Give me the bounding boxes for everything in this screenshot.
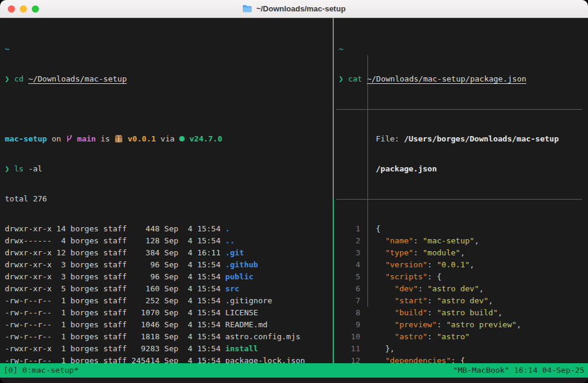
file-name: .gitignore (225, 296, 272, 305)
line-number: 1 (339, 223, 360, 235)
starship-prompt: mac-setup on main is v0.0.1 via v24.7.0 (5, 133, 333, 145)
line-number: 2 (339, 235, 360, 247)
tmux-status-bar: [0] 0:mac-setup* "MB-MacBook" 16:14 04-S… (0, 363, 588, 378)
ls-row: drwxr-xr-x 3 borges staff 96 Sep 4 15:54… (5, 259, 333, 271)
close-button[interactable] (8, 5, 15, 13)
code-line: 10 "astro": "astro" (339, 331, 588, 343)
bat-header-line2: /package.json (339, 163, 588, 175)
code-line: 11 }, (339, 343, 588, 355)
code-line: 6 "dev": "astro dev", (339, 283, 588, 295)
file-name: public (225, 272, 254, 281)
ls-output: drwxr-xr-x 14 borges staff 448 Sep 4 15:… (5, 223, 333, 363)
file-name: package-lock.json (225, 356, 305, 363)
bat-rule-header (339, 193, 588, 205)
line-number: 8 (339, 307, 360, 319)
file-name: install (225, 344, 258, 353)
window-title: ~/Downloads/mac-setup (256, 4, 345, 13)
line-number: 4 (339, 259, 360, 271)
code-line: 8 "build": "astro build", (339, 307, 588, 319)
code-line: 2 "name": "mac-setup", (339, 235, 588, 247)
ls-row: drwxr-xr-x 12 borges staff 384 Sep 4 16:… (5, 247, 333, 259)
ls-total: total 276 (5, 193, 333, 205)
ls-row: -rw-r--r-- 1 borges staff 252 Sep 4 15:5… (5, 295, 333, 307)
bat-header-line1: File: /Users/borges/Downloads/mac-setup (339, 133, 588, 145)
bat-file-label: File: (376, 134, 404, 143)
file-name: . (225, 224, 230, 233)
bat-rule-top (339, 103, 588, 115)
nodejs-dot-icon (179, 136, 185, 141)
ls-row: -rw-r--r-- 1 borges staff 1046 Sep 4 15:… (5, 319, 333, 331)
ls-row: drwxr-xr-x 14 borges staff 448 Sep 4 15:… (5, 223, 333, 235)
home-indicator: ~ (339, 43, 588, 55)
bat-gutter-separator (367, 55, 368, 307)
ls-row: drwx------ 4 borges staff 128 Sep 4 15:5… (5, 235, 333, 247)
command-ls-arg: -al (28, 164, 42, 173)
line-number: 12 (339, 355, 360, 363)
ls-row: -rwxr-xr-x 1 borges staff 9283 Sep 4 15:… (5, 343, 333, 355)
code-line: 3 "type": "module", (339, 247, 588, 259)
command-cat-arg: ~/Downloads/mac-setup/package.json (367, 74, 526, 83)
terminal-window: ~/Downloads/mac-setup ~ ❯ cd ~/Downloads… (0, 0, 588, 383)
tmux-host-datetime: "MB-MacBook" 16:14 04-Sep-25 (453, 363, 584, 378)
fullscreen-button[interactable] (32, 5, 39, 13)
bat-file-path-1: /Users/borges/Downloads/mac-setup (404, 134, 559, 143)
package-icon (114, 134, 123, 146)
command-line-ls: ❯ ls -al (5, 163, 333, 175)
code-line: 5 "scripts": { (339, 271, 588, 283)
command-cat: cat (348, 74, 362, 83)
line-number: 5 (339, 271, 360, 283)
prompt-char: ❯ (5, 74, 10, 83)
file-name: src (225, 284, 239, 293)
tmux-session-window[interactable]: [0] 0:mac-setup* (4, 363, 79, 378)
file-name: .git (225, 248, 244, 257)
code-line: 9 "preview": "astro preview", (339, 319, 588, 331)
code-line: 4 "version": "0.0.1", (339, 259, 588, 271)
line-number: 10 (339, 331, 360, 343)
ls-row: -rw-r--r-- 1 borges staff 1070 Sep 4 15:… (5, 307, 333, 319)
prompt-char: ❯ (5, 164, 10, 173)
ls-row: -rw-r--r-- 1 borges staff 245414 Sep 4 1… (5, 355, 333, 363)
line-number: 7 (339, 295, 360, 307)
git-branch-icon (66, 134, 73, 146)
code-line: 1{ (339, 223, 588, 235)
right-pane[interactable]: ~ ❯ cat ~/Downloads/mac-setup/package.js… (334, 18, 588, 363)
file-name: .github (225, 260, 258, 269)
left-pane[interactable]: ~ ❯ cd ~/Downloads/mac-setup mac-setup o… (0, 18, 333, 363)
file-name: .. (225, 236, 235, 245)
traffic-lights (8, 5, 39, 13)
home-indicator: ~ (5, 43, 333, 55)
ls-row: drwxr-xr-x 3 borges staff 96 Sep 4 15:54… (5, 271, 333, 283)
file-name: astro.config.mjs (225, 332, 300, 341)
ls-row: -rw-r--r-- 1 borges staff 1818 Sep 4 15:… (5, 331, 333, 343)
file-name: README.md (225, 320, 267, 329)
command-ls: ls (14, 164, 24, 173)
command-line-cd: ❯ cd ~/Downloads/mac-setup (5, 73, 333, 85)
file-name: LICENSE (225, 308, 258, 317)
folder-icon (242, 5, 252, 13)
code-line: 12 "dependencies": { (339, 355, 588, 363)
command-cd: cd (14, 74, 24, 83)
minimize-button[interactable] (20, 5, 27, 13)
bat-code: 1{2 "name": "mac-setup",3 "type": "modul… (339, 223, 588, 363)
command-line-cat: ❯ cat ~/Downloads/mac-setup/package.json (339, 73, 588, 85)
line-number: 6 (339, 283, 360, 295)
ls-row: drwxr-xr-x 5 borges staff 160 Sep 4 15:5… (5, 283, 333, 295)
titlebar[interactable]: ~/Downloads/mac-setup (0, 0, 588, 18)
code-line: 7 "start": "astro dev", (339, 295, 588, 307)
terminal-content: ~ ❯ cd ~/Downloads/mac-setup mac-setup o… (0, 18, 588, 363)
line-number: 9 (339, 319, 360, 331)
command-cd-arg: ~/Downloads/mac-setup (28, 74, 126, 83)
bat-file-path-2: /package.json (376, 164, 437, 173)
prompt-char: ❯ (339, 74, 343, 83)
line-number: 3 (339, 247, 360, 259)
line-number: 11 (339, 343, 360, 355)
